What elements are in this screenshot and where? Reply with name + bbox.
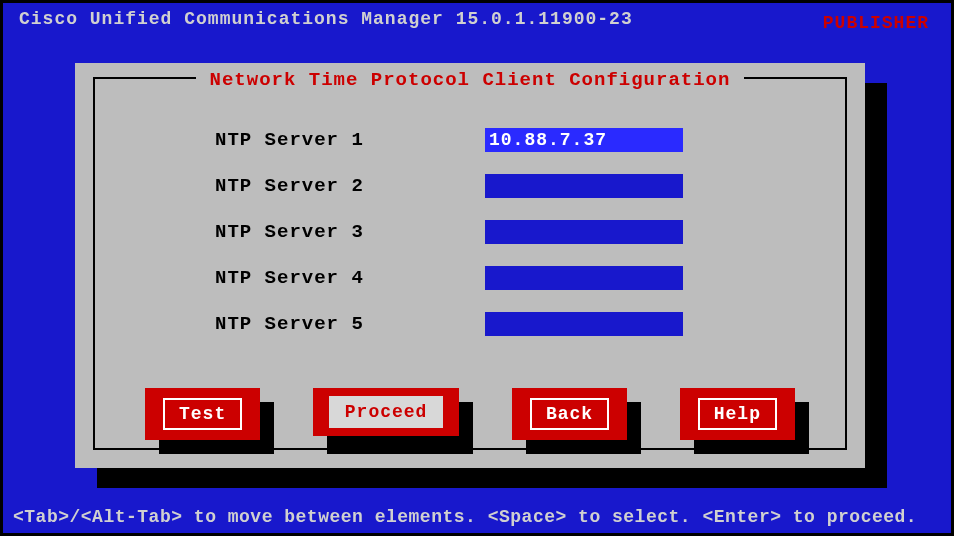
dialog-title: Network Time Protocol Client Configurati… xyxy=(196,69,745,91)
ntp-config-dialog: Network Time Protocol Client Configurati… xyxy=(75,63,865,468)
ntp-server-2-label: NTP Server 2 xyxy=(215,175,485,197)
ntp-form: NTP Server 1 NTP Server 2 NTP Server 3 N… xyxy=(215,127,765,357)
ntp-server-row-3: NTP Server 3 xyxy=(215,219,765,245)
proceed-button-wrap: Proceed xyxy=(313,388,460,440)
ntp-server-row-2: NTP Server 2 xyxy=(215,173,765,199)
back-button-label: Back xyxy=(530,398,609,430)
ntp-server-3-label: NTP Server 3 xyxy=(215,221,485,243)
help-button-label: Help xyxy=(698,398,777,430)
back-button[interactable]: Back xyxy=(512,388,627,440)
ntp-server-5-label: NTP Server 5 xyxy=(215,313,485,335)
test-button[interactable]: Test xyxy=(145,388,260,440)
ntp-server-1-label: NTP Server 1 xyxy=(215,129,485,151)
back-button-wrap: Back xyxy=(512,388,627,440)
dialog-button-row: Test Proceed Back Help xyxy=(145,388,795,440)
ntp-server-3-input[interactable] xyxy=(485,220,683,244)
ntp-server-4-label: NTP Server 4 xyxy=(215,267,485,289)
test-button-wrap: Test xyxy=(145,388,260,440)
ntp-server-2-input[interactable] xyxy=(485,174,683,198)
ntp-server-row-5: NTP Server 5 xyxy=(215,311,765,337)
test-button-label: Test xyxy=(163,398,242,430)
help-button[interactable]: Help xyxy=(680,388,795,440)
ntp-server-row-4: NTP Server 4 xyxy=(215,265,765,291)
proceed-button[interactable]: Proceed xyxy=(313,388,460,436)
ntp-server-4-input[interactable] xyxy=(485,266,683,290)
ntp-server-5-input[interactable] xyxy=(485,312,683,336)
help-button-wrap: Help xyxy=(680,388,795,440)
node-role-label: PUBLISHER xyxy=(823,13,929,33)
footer-help-text: <Tab>/<Alt-Tab> to move between elements… xyxy=(13,507,941,527)
installer-screen: Cisco Unified Communications Manager 15.… xyxy=(3,3,951,533)
ntp-server-row-1: NTP Server 1 xyxy=(215,127,765,153)
product-title: Cisco Unified Communications Manager 15.… xyxy=(19,9,633,29)
proceed-button-label: Proceed xyxy=(329,396,444,428)
ntp-server-1-input[interactable] xyxy=(485,128,683,152)
